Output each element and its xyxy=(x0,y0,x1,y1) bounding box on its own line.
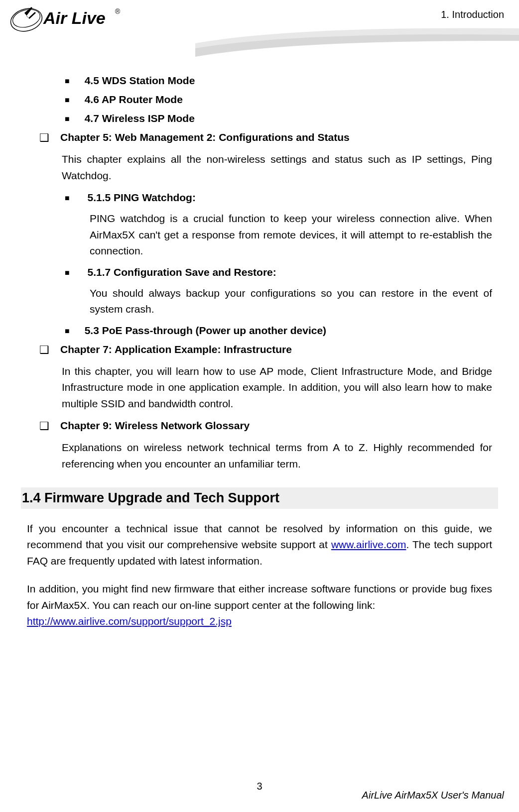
list-item: 4.6 AP Router Mode xyxy=(65,94,492,106)
website-link[interactable]: www.airlive.com xyxy=(331,539,406,550)
list-item: Chapter 9: Wireless Network Glossary xyxy=(39,420,492,433)
list-item-description: In this chapter, you will learn how to u… xyxy=(62,363,492,412)
section-breadcrumb: 1. Introduction xyxy=(441,9,504,20)
list-item: 5.1.5 PING Watchdog: xyxy=(65,192,492,204)
list-item: 5.3 PoE Pass-through (Power up another d… xyxy=(65,325,492,337)
list-item: Chapter 5: Web Management 2: Configurati… xyxy=(39,131,492,144)
body-paragraph: If you encounter a technical issue that … xyxy=(27,521,492,570)
airlive-logo-icon: Air Live ® xyxy=(7,5,122,35)
list-item-description: PING watchdog is a crucial function to k… xyxy=(90,211,492,259)
header-swoosh-decoration xyxy=(195,26,519,61)
page-header: Air Live ® 1. Introduction xyxy=(0,0,519,60)
svg-text:®: ® xyxy=(115,7,121,15)
list-item-description: This chapter explains all the non-wirele… xyxy=(62,151,492,184)
section-heading: 1.4 Firmware Upgrade and Tech Support xyxy=(21,487,498,509)
list-item: 4.7 Wireless ISP Mode xyxy=(65,113,492,124)
list-item-description: You should always backup your configurat… xyxy=(90,285,492,318)
svg-text:Air Live: Air Live xyxy=(43,8,106,27)
list-item: 4.5 WDS Station Mode xyxy=(65,75,492,87)
list-item-description: Explanations on wireless network technic… xyxy=(62,440,492,472)
list-item: Chapter 7: Application Example: Infrastr… xyxy=(39,344,492,356)
manual-title: AirLive AirMax5X User's Manual xyxy=(362,790,504,801)
page-content: 4.5 WDS Station Mode 4.6 AP Router Mode … xyxy=(0,60,519,630)
body-paragraph: In addition, you might find new firmware… xyxy=(27,581,492,630)
support-link[interactable]: http://www.airlive.com/support/support_2… xyxy=(27,615,232,627)
list-item: 5.1.7 Configuration Save and Restore: xyxy=(65,266,492,278)
